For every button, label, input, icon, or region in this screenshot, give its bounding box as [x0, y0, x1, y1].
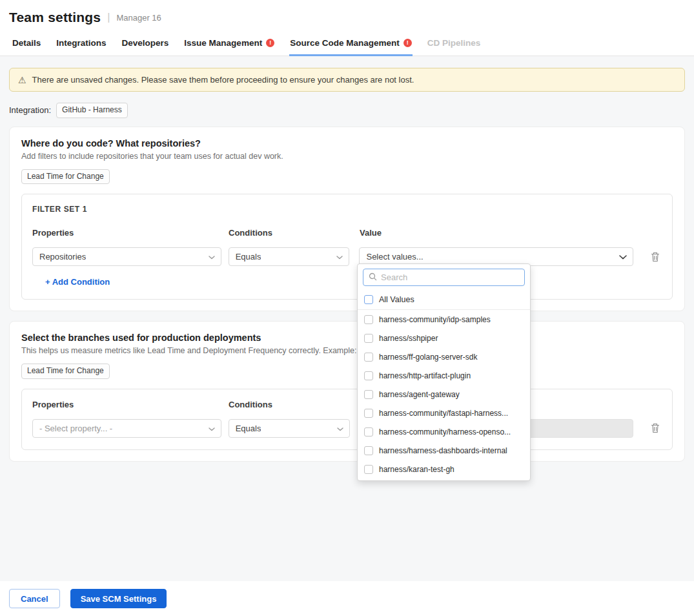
integration-row: Integration: GitHub - Harness [9, 103, 685, 118]
property-select-value: Repositories [39, 252, 86, 262]
condition-select-value: Equals [236, 424, 261, 433]
footer-bar: Cancel Save SCM Settings [0, 581, 694, 616]
branches-card: Select the branches used for production … [9, 321, 685, 462]
trash-icon [651, 423, 660, 433]
repo-option[interactable]: harness/http-artifact-plugin [358, 366, 530, 385]
repo-option-label: harness/http-artifact-plugin [379, 371, 471, 380]
property-select[interactable]: Repositories [32, 247, 221, 266]
value-select-dropdown: All Values harness-community/idp-samples… [357, 263, 531, 481]
condition-select-value: Equals [236, 252, 261, 262]
search-input[interactable] [381, 272, 519, 282]
condition-select[interactable]: Equals [229, 247, 350, 266]
repo-option[interactable]: harness/ff-golang-server-sdk [358, 347, 530, 366]
page-header: Team settings | Manager 16 Details Integ… [0, 0, 694, 56]
tab-integrations[interactable]: Integrations [56, 32, 107, 56]
column-headers: Properties Conditions [32, 400, 662, 409]
warning-icon: ⚠ [18, 76, 26, 85]
card-subtitle: Add filters to include repositories that… [21, 152, 673, 161]
integration-label: Integration: [9, 105, 51, 115]
checkbox-icon[interactable] [364, 353, 373, 362]
title-separator: | [107, 12, 110, 23]
alert-badge-icon: ! [403, 39, 412, 47]
content-area: ⚠ There are unsaved changes. Please save… [0, 56, 694, 581]
checkbox-icon[interactable] [364, 315, 373, 324]
filter-row: Repositories Equals Select values... [32, 247, 662, 266]
filter-set-title: FILTER SET 1 [32, 205, 662, 214]
chevron-down-icon [209, 252, 215, 262]
checkbox-icon[interactable] [364, 390, 373, 399]
lead-time-for-change-chip[interactable]: Lead Time for Change [21, 169, 110, 185]
checkbox-icon[interactable] [364, 427, 373, 436]
tab-label: Details [12, 38, 41, 48]
checkbox-icon[interactable] [364, 409, 373, 418]
all-values-option[interactable]: All Values [358, 290, 530, 310]
chevron-down-icon [337, 424, 343, 433]
card-subtitle: This helps us measure metrics like Lead … [21, 346, 673, 355]
chevron-down-icon [336, 252, 343, 262]
unsaved-changes-banner: ⚠ There are unsaved changes. Please save… [9, 68, 685, 92]
tab-bar: Details Integrations Developers Issue Ma… [0, 32, 694, 56]
repo-option[interactable]: harness/sshpiper [358, 329, 530, 347]
value-column-label: Value [360, 228, 634, 238]
repo-option-label: harness/harness-dashboards-internal [379, 446, 507, 455]
tab-details[interactable]: Details [12, 32, 41, 56]
repo-option[interactable]: harness-community/idp-samples [358, 310, 530, 329]
save-scm-settings-button[interactable]: Save SCM Settings [70, 589, 167, 608]
add-condition-button[interactable]: + Add Condition [45, 277, 110, 287]
repo-option-label: harness/agent-gateway [379, 390, 460, 399]
repo-option[interactable]: harness/harness-dashboards-internal [358, 441, 530, 460]
repo-option-label: harness/ff-golang-server-sdk [379, 353, 478, 362]
checkbox-icon[interactable] [364, 295, 373, 304]
tab-developers[interactable]: Developers [121, 32, 170, 56]
repo-option-label: harness-community/idp-samples [379, 315, 491, 324]
title-row: Team settings | Manager 16 [0, 0, 694, 32]
tab-label: Source Code Management [290, 38, 400, 48]
all-values-label: All Values [379, 295, 414, 304]
filter-row: - Select property... - Equals [32, 419, 662, 438]
checkbox-icon[interactable] [364, 334, 373, 343]
checkbox-icon[interactable] [364, 465, 373, 474]
dropdown-search [363, 269, 525, 286]
chevron-down-icon [209, 424, 215, 433]
filter-set-1: FILTER SET 1 Properties Conditions Value… [21, 194, 673, 300]
repo-option-label: harness/karan-test-gh [379, 465, 454, 474]
trash-icon [651, 252, 660, 262]
branches-filter-set: Properties Conditions - Select property.… [21, 389, 673, 450]
value-select-placeholder: Select values... [366, 252, 423, 262]
repo-option-label: harness-community/harness-openso... [379, 427, 511, 436]
card-title: Where do you code? What repositories? [21, 138, 673, 149]
delete-filter-button[interactable] [649, 251, 662, 263]
tab-issue-management[interactable]: Issue Management ! [183, 32, 275, 56]
checkbox-icon[interactable] [364, 446, 373, 455]
column-headers: Properties Conditions Value [32, 228, 662, 238]
properties-column-label: Properties [32, 400, 221, 409]
card-title: Select the branches used for production … [21, 333, 673, 343]
lead-time-for-change-chip[interactable]: Lead Time for Change [21, 364, 110, 379]
alert-badge-icon: ! [266, 39, 274, 47]
integration-chip: GitHub - Harness [56, 103, 128, 118]
property-select[interactable]: - Select property... - [32, 419, 221, 438]
repo-option[interactable]: harness/karan-test-gh [358, 460, 530, 478]
delete-filter-button[interactable] [649, 422, 662, 435]
tab-label: Integrations [56, 38, 106, 48]
repo-option[interactable]: harness-community/fastapi-harness... [358, 404, 530, 422]
property-select-placeholder: - Select property... - [39, 424, 112, 433]
tab-source-code-management[interactable]: Source Code Management ! [289, 32, 413, 56]
cancel-button[interactable]: Cancel [9, 589, 60, 608]
repo-option-label: harness-community/fastapi-harness... [379, 409, 508, 418]
conditions-column-label: Conditions [229, 400, 350, 409]
conditions-column-label: Conditions [229, 228, 350, 238]
search-icon [369, 272, 377, 283]
team-context-label: Manager 16 [116, 13, 161, 23]
repo-option[interactable]: harness/agent-gateway [358, 385, 530, 404]
condition-select[interactable]: Equals [229, 419, 350, 438]
tab-label: Developers [122, 38, 169, 48]
repositories-card: Where do you code? What repositories? Ad… [9, 127, 685, 312]
tab-cd-pipelines: CD Pipelines [427, 32, 482, 56]
properties-column-label: Properties [32, 228, 221, 238]
page-title: Team settings [9, 10, 101, 25]
banner-text: There are unsaved changes. Please save t… [32, 75, 414, 85]
repo-option[interactable]: harness-community/harness-openso... [358, 422, 530, 441]
checkbox-icon[interactable] [364, 371, 373, 380]
repo-option-partial[interactable] [358, 478, 530, 480]
